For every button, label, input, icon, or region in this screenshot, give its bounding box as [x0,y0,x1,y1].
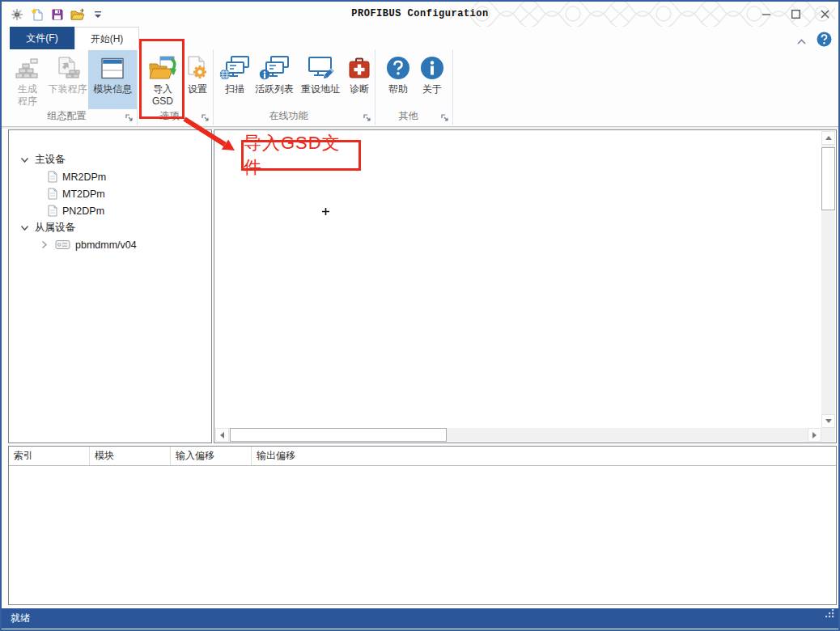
maximize-button[interactable] [790,8,801,19]
tree-item-label: PN2DPm [62,205,104,217]
bricks-icon [15,53,40,83]
collapse-ribbon-button[interactable] [796,34,807,49]
column-header-input-offset[interactable]: 输入偏移 [171,447,252,465]
tree-item-label: MR2DPm [62,172,106,183]
scan-button[interactable]: 扫描 [218,50,252,109]
device-tree-panel: 主设备 MR2DPm MT2DPm PN2DPm 从属设备 [8,129,212,443]
device-page-icon [48,205,57,217]
settings-button[interactable]: 设置 [183,50,212,109]
tree-item-label: 主设备 [35,153,66,167]
status-text: 就绪 [11,612,30,624]
button-label: 设置 [188,83,207,95]
horizontal-scroll-thumb[interactable] [230,428,447,442]
table-body [9,466,836,605]
button-label: 活跃列表 [255,83,294,95]
ribbon-group-online: 扫描 活跃列表 [214,49,375,125]
reset-address-monitor-pencil-icon [305,53,336,83]
download-program-button[interactable]: 下装程序 [47,50,89,109]
group-label-config: 组态配置 [8,109,125,123]
column-header-index[interactable]: 索引 [9,447,90,465]
dialog-launcher-icon[interactable] [125,113,134,123]
device-page-icon [48,171,57,183]
button-label: 诊断 [350,83,369,95]
red-arrow-icon [181,115,246,159]
app-window: PROFIBUS Configuration 文件(F) 开始(H) [0,0,840,631]
close-button[interactable] [819,8,830,19]
column-header-module[interactable]: 模块 [90,447,171,465]
button-label: 生成 [18,83,37,95]
button-label: 程序 [18,95,37,108]
tab-file[interactable]: 文件(F) [10,27,74,49]
diagnosis-button[interactable]: 诊断 [344,50,375,109]
red-highlight-box [139,39,185,119]
button-label: 帮助 [388,83,408,95]
help-button[interactable]: 帮助 [380,50,416,109]
ribbon-group-config: 生成 程序 [8,49,138,125]
module-info-icon [100,53,125,83]
vertical-scrollbar[interactable] [821,131,835,428]
slave-module-icon [55,239,70,250]
button-label: 关于 [422,83,442,95]
settings-gear-icon [186,53,209,83]
button-label: 下装程序 [49,83,87,95]
module-info-button[interactable]: 模块信息 [88,50,137,109]
button-label: 重设地址 [301,83,340,95]
help-question-icon [386,53,410,83]
minimize-button[interactable] [761,8,772,19]
vertical-scroll-thumb[interactable] [821,147,835,210]
active-list-monitors-info-icon [259,53,290,83]
ribbon-help-button[interactable] [817,32,832,50]
dialog-launcher-icon[interactable] [363,113,372,123]
tree-item-label: 从属设备 [35,221,75,235]
tree-item-device[interactable]: MR2DPm [9,168,211,185]
download-program-icon [56,53,80,83]
status-bar: 就绪 [2,608,838,629]
ribbon: 生成 程序 [2,49,838,127]
horizontal-scrollbar[interactable] [215,428,821,442]
chevron-right-icon[interactable] [40,240,49,249]
chevron-down-icon[interactable] [19,225,29,231]
tree-item-label: MT2DPm [62,188,105,200]
annotation-label: 导入GSD文件 [241,140,361,171]
ribbon-tab-row: 文件(F) 开始(H) [2,27,838,49]
scan-monitors-globe-icon [219,53,250,83]
group-label-other: 其他 [375,109,441,123]
diagnosis-firstaid-icon [348,53,371,83]
window-title: PROFIBUS Configuration [2,8,838,19]
scroll-down-button[interactable] [821,414,835,428]
dialog-launcher-icon[interactable] [440,113,450,123]
tree-item-device[interactable]: MT2DPm [9,185,211,202]
crosshair-mark-icon [322,204,329,218]
tree-item-slave-module[interactable]: pbmdmm/v04 [9,236,211,253]
column-header-output-offset[interactable]: 输出偏移 [252,447,836,465]
about-info-icon [420,53,444,83]
generate-program-button[interactable]: 生成 程序 [8,50,47,109]
window-controls [761,8,830,19]
device-page-icon [48,188,57,200]
tab-home[interactable]: 开始(H) [74,27,139,49]
tree-item-device[interactable]: PN2DPm [9,202,211,219]
tree-item-label: pbmdmm/v04 [75,239,137,251]
scroll-left-button[interactable] [215,428,229,442]
tree-item-slave-devices[interactable]: 从属设备 [9,219,211,236]
button-label: 模块信息 [93,83,132,95]
scrollbar-corner [821,428,835,442]
resize-grip[interactable] [825,605,834,625]
button-label: 扫描 [225,83,244,95]
scroll-up-button[interactable] [821,131,835,145]
title-bar: PROFIBUS Configuration [2,2,838,27]
scroll-right-button[interactable] [808,428,821,442]
module-table-panel: 索引 模块 输入偏移 输出偏移 [8,446,837,605]
about-button[interactable]: 关于 [416,50,448,109]
table-header-row: 索引 模块 输入偏移 输出偏移 [9,447,836,466]
active-list-button[interactable]: 活跃列表 [252,50,297,109]
reset-address-button[interactable]: 重设地址 [297,50,344,109]
ribbon-group-other: 帮助 关于 其他 [375,49,453,125]
chevron-down-icon[interactable] [19,157,29,163]
